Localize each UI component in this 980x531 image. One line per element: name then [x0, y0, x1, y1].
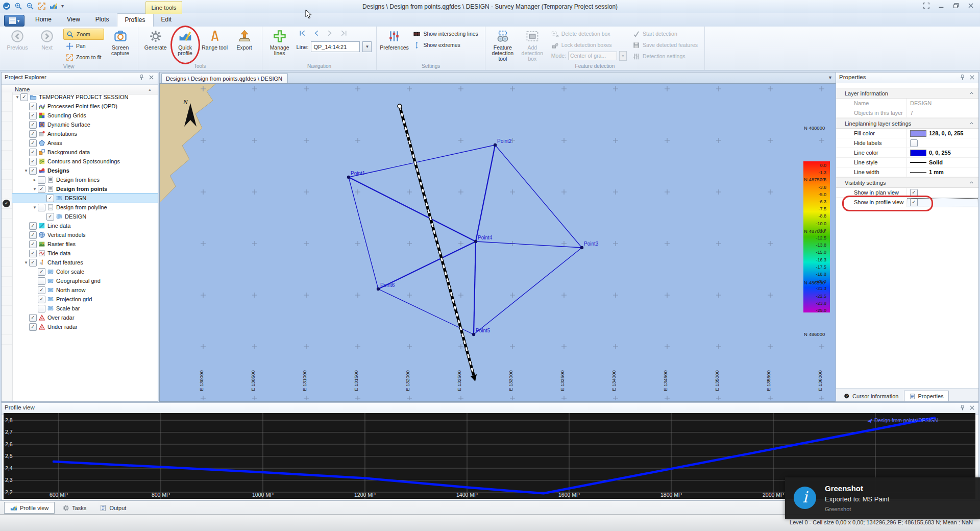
tree-item-processed-point-files-qpd-[interactable]: ✓Processed Point files (QPD) — [12, 102, 158, 111]
property-checkbox[interactable]: ✓ — [910, 189, 918, 197]
pin-icon[interactable] — [959, 404, 966, 411]
property-row-show-in-profile-view[interactable]: Show in profile view✓ — [836, 198, 978, 207]
tree-item-areas[interactable]: ✓Areas — [12, 138, 158, 148]
tree-item-scale-bar[interactable]: Scale bar — [12, 304, 158, 313]
tab-cursor-information[interactable]: ?Cursor information — [839, 391, 903, 401]
greenshot-toast[interactable]: i Greenshot Exported to: MS Paint Greens… — [785, 477, 980, 519]
tree-item-dynamic-surface[interactable]: ✓Dynamic Surface — [12, 120, 158, 129]
tree-checkbox[interactable]: ✓ — [38, 185, 45, 193]
tree-checkbox[interactable]: ✓ — [29, 139, 37, 147]
close-icon[interactable] — [969, 74, 975, 81]
expander-icon[interactable]: ▾ — [32, 186, 38, 191]
collapse-chevron-icon[interactable] — [969, 120, 974, 126]
tree-item-under-radar[interactable]: ✓Under radar — [12, 322, 158, 331]
tree-item-geographical-grid[interactable]: Geographical grid — [12, 276, 158, 285]
tree-item-chart-features[interactable]: ▾✓NChart features — [12, 258, 158, 267]
line-select-value[interactable]: QP_14:14:21 — [311, 41, 360, 52]
tab-edit[interactable]: Edit — [154, 13, 180, 27]
tree-item-design-from-lines[interactable]: ▸Design from lines — [12, 175, 158, 184]
generate-button[interactable]: Generate — [141, 28, 170, 62]
tree-item-projection-grid[interactable]: ✓Projection grid — [12, 295, 158, 304]
tree-checkbox[interactable]: ✓ — [29, 259, 37, 267]
pin-icon[interactable] — [138, 74, 145, 81]
profile-chart-icon[interactable] — [50, 2, 58, 10]
app-logo-icon[interactable] — [3, 2, 11, 10]
property-checkbox[interactable]: ✓ — [910, 199, 918, 206]
expander-icon[interactable]: ▾ — [32, 205, 38, 210]
tree-checkbox[interactable] — [38, 277, 45, 285]
zoom-fit-icon[interactable] — [38, 2, 46, 10]
quick-profile-button[interactable]: Quick profile — [170, 28, 200, 62]
preferences-button[interactable]: Preferences — [379, 28, 409, 62]
line-select-dropdown-icon[interactable]: ▼ — [362, 41, 372, 52]
close-button[interactable] — [967, 2, 975, 9]
tree-checkbox[interactable] — [38, 176, 45, 184]
collapse-chevron-icon[interactable] — [969, 90, 974, 96]
tree-item-contours-and-spotsoundings[interactable]: ✓Contours and Spotsoundings — [12, 157, 158, 166]
property-checkbox[interactable] — [910, 139, 918, 147]
property-row-name[interactable]: NameDESIGN — [836, 99, 978, 108]
property-row-fill-color[interactable]: Fill color128, 0, 0, 255 — [836, 129, 978, 138]
tree-checkbox[interactable]: ✓ — [29, 250, 37, 257]
expander-icon[interactable]: ▾ — [23, 168, 29, 173]
tree-checkbox[interactable]: ✓ — [29, 121, 37, 129]
property-row-hide-labels[interactable]: Hide labels — [836, 138, 978, 148]
show-extremes-button[interactable]: Show extremes — [410, 40, 480, 50]
minimize-button[interactable] — [937, 2, 945, 9]
bottom-tab-output[interactable]: Output — [94, 502, 132, 513]
section-header-visibility-settings[interactable]: Visibility settings — [836, 177, 978, 188]
tree-item-temporary-project-session[interactable]: ▾✓TEMPORARY PROJECT SESSION — [12, 92, 158, 102]
tree-checkbox[interactable]: ✓ — [46, 213, 54, 221]
tree-checkbox[interactable] — [38, 204, 45, 211]
tree-item-design-from-points[interactable]: ▾✓Design from points — [12, 184, 158, 194]
screen-capture-button[interactable]: Screen capture — [106, 28, 135, 62]
zoom-button[interactable]: Zoom — [63, 29, 104, 40]
close-icon[interactable] — [969, 404, 975, 411]
tree-checkbox[interactable]: ✓ — [20, 93, 28, 101]
tree-checkbox[interactable]: ✓ — [29, 149, 37, 156]
fullscreen-button[interactable] — [922, 2, 930, 9]
expander-icon[interactable]: ▾ — [23, 260, 29, 265]
collapse-chevron-icon[interactable] — [969, 180, 974, 185]
property-row-line-style[interactable]: Line styleSolid — [836, 158, 978, 167]
go-first-button[interactable] — [299, 29, 306, 37]
tree-checkbox[interactable] — [38, 305, 45, 312]
export-button[interactable]: Export — [230, 28, 259, 62]
tree-item-raster-files[interactable]: ✓Raster files — [12, 239, 158, 249]
map-canvas[interactable]: NPoint1Point2Point3Point4Point5Point60.0… — [160, 84, 835, 400]
tree-item-background-data[interactable]: ✓Background data — [12, 148, 158, 157]
tree-item-annotations[interactable]: ✓Annotations — [12, 129, 158, 138]
tree-checkbox[interactable]: ✓ — [29, 112, 37, 119]
manage-lines-button[interactable]: Manage lines — [265, 28, 295, 62]
tree-item-vertical-models[interactable]: ✓Vertical models — [12, 230, 158, 239]
zoom-out-icon[interactable] — [26, 2, 34, 10]
tree-checkbox[interactable]: ✓ — [29, 231, 37, 239]
bottom-tab-profile-view[interactable]: Profile view — [4, 502, 55, 514]
tree-checkbox[interactable]: ✓ — [29, 323, 37, 331]
close-icon[interactable] — [148, 74, 155, 81]
tree-item-north-arrow[interactable]: ✓North arrow — [12, 285, 158, 295]
tree-checkbox[interactable]: ✓ — [46, 195, 54, 202]
tree-checkbox[interactable]: ✓ — [38, 268, 45, 276]
tab-properties[interactable]: Properties — [904, 391, 948, 401]
contextual-tab-line-tools[interactable]: Line tools — [145, 1, 182, 14]
tree-checkbox[interactable]: ✓ — [29, 158, 37, 165]
show-intersecting-lines-button[interactable]: Show intersecting lines — [410, 29, 480, 39]
tab-view[interactable]: View — [59, 13, 88, 27]
color-swatch[interactable] — [910, 130, 926, 137]
section-header-layer-information[interactable]: Layer information — [836, 88, 978, 99]
pin-icon[interactable] — [959, 74, 966, 81]
expander-icon[interactable]: ▸ — [32, 177, 38, 182]
plan-view-map[interactable]: NPoint1Point2Point3Point4Point5Point60.0… — [159, 83, 836, 402]
zoom-to-fit-button[interactable]: Zoom to fit — [63, 52, 104, 62]
tab-home[interactable]: Home — [28, 13, 59, 27]
tree-checkbox[interactable]: ✓ — [29, 103, 37, 110]
tree-item-design[interactable]: ✓DESIGN — [12, 194, 158, 203]
tab-profiles[interactable]: Profiles — [117, 13, 154, 27]
section-header-lineplanning-layer-settings[interactable]: Lineplanning layer settings — [836, 118, 978, 129]
expander-icon[interactable]: ▾ — [14, 94, 20, 100]
tree-item-over-radar[interactable]: ✓Over radar — [12, 313, 158, 322]
tree-checkbox[interactable]: ✓ — [29, 314, 37, 322]
tree-checkbox[interactable]: ✓ — [38, 296, 45, 303]
color-swatch[interactable] — [910, 150, 926, 156]
